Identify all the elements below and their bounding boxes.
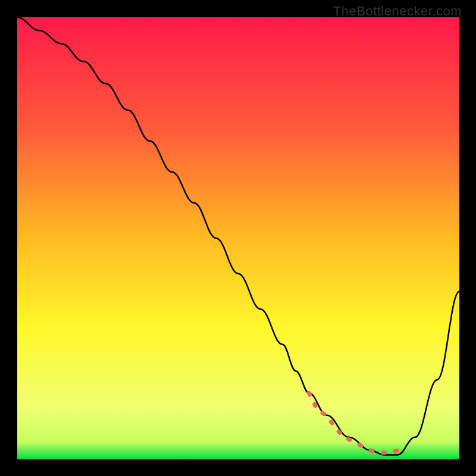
plot-area (17, 17, 459, 459)
watermark-text: TheBottlenecker.com (333, 4, 462, 19)
chart-container: TheBottlenecker.com (0, 0, 476, 476)
chart-svg (17, 17, 459, 459)
optimal-range-marker (309, 393, 397, 453)
bottleneck-curve (17, 17, 459, 455)
